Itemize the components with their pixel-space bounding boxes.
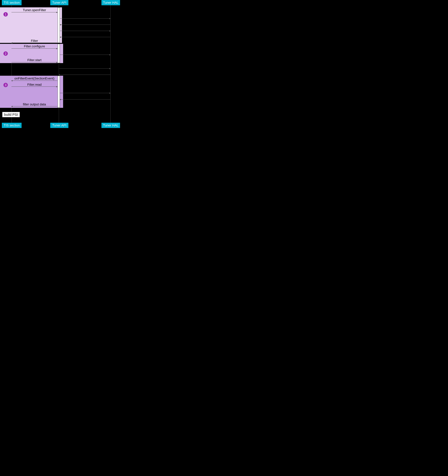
note-build-psi: build PSI: [2, 112, 20, 117]
arrow-api-hal-2: [60, 31, 110, 31]
activation-api-2: [57, 44, 60, 63]
phase-1-block: [0, 7, 62, 43]
header-label: Tuner HAL: [103, 124, 118, 127]
header-api-top: Tuner API: [50, 0, 68, 5]
arrow-filter: [11, 43, 57, 43]
arrow-output: [11, 106, 57, 107]
msg-read: Filter.read: [11, 83, 57, 86]
arrow-read: [11, 86, 57, 87]
header-label: Tuner HAL: [103, 1, 118, 5]
arrow-hal-api-2: [60, 37, 110, 37]
msg-output: filter output data: [11, 102, 57, 106]
header-label: TIS section: [4, 124, 20, 127]
arrow-hal-api-5: [60, 99, 110, 100]
arrow-api-hal-3: [60, 55, 110, 55]
msg-open-filter: Tuner.openFilter: [11, 8, 57, 12]
badge-label: 1: [5, 13, 6, 16]
header-hal-bottom: Tuner HAL: [101, 123, 120, 128]
sequence-diagram: TIS section Tuner API Tuner HAL TIS sect…: [0, 0, 120, 128]
note-label: build PSI: [4, 113, 18, 116]
arrow-start: [11, 62, 57, 62]
header-label: Tuner API: [52, 1, 66, 5]
arrow-api-hal-1: [60, 18, 110, 19]
badge-label: 3: [5, 83, 6, 87]
msg-onfilterevent: onFilterEvent(SectionEvent): [11, 77, 57, 80]
badge-label: 2: [5, 52, 6, 55]
msg-filter: Filter: [11, 39, 57, 43]
activation-api-3: [57, 76, 60, 108]
header-label: Tuner API: [52, 124, 66, 127]
header-tis-top: TIS section: [2, 0, 22, 5]
step-badge-3: 3: [3, 83, 8, 87]
arrow-onfilterevent: [11, 80, 57, 81]
arrow-configure: [11, 48, 57, 49]
header-hal-top: Tuner HAL: [101, 0, 120, 5]
arrow-open-filter: [11, 12, 57, 12]
lifeline-tuner-hal: [110, 5, 111, 123]
msg-start: Filter.start: [11, 58, 57, 62]
arrow-hal-api-4: [59, 74, 110, 75]
activation-api-1: [57, 7, 60, 43]
msg-configure: Filter.configure: [11, 45, 57, 48]
header-tis-bottom: TIS section: [2, 123, 22, 128]
arrow-api-hal-5: [60, 93, 110, 93]
header-api-bottom: Tuner API: [50, 123, 68, 128]
step-badge-1: 1: [3, 12, 8, 17]
step-badge-2: 2: [3, 51, 8, 56]
header-label: TIS section: [4, 1, 20, 5]
